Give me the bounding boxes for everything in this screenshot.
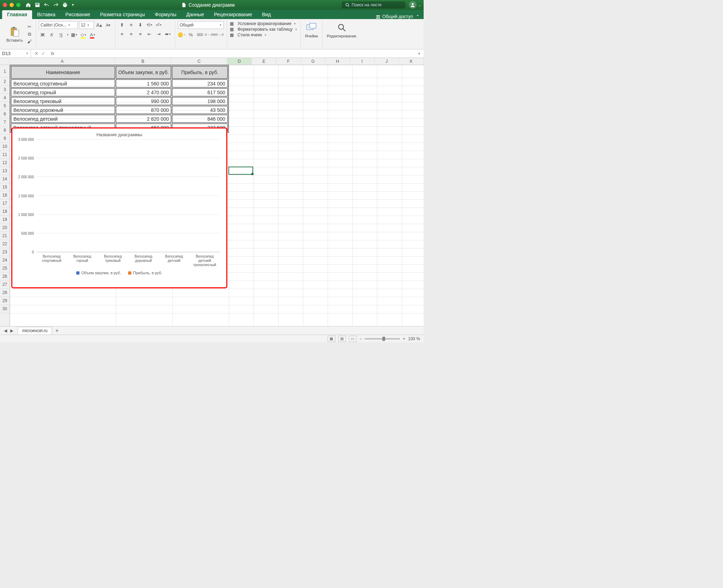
row-header-14[interactable]: 14 (0, 175, 10, 183)
tab-формулы[interactable]: Формулы (150, 10, 181, 19)
tab-вставка[interactable]: Вставка (32, 10, 60, 19)
expand-formula-bar-icon[interactable]: ▼ (415, 52, 424, 55)
row-header-5[interactable]: 5 (0, 102, 10, 110)
view-page-break-icon[interactable]: ▭ (349, 336, 357, 342)
col-header-A[interactable]: A (10, 58, 115, 65)
borders-button[interactable]: ▦▼ (71, 31, 78, 38)
table-header[interactable]: Прибыль, в руб. (172, 66, 228, 79)
chart-object[interactable]: Название диаграммы 0500 0001 000 0001 50… (11, 127, 227, 288)
col-header-K[interactable]: K (399, 58, 424, 65)
table-cell[interactable]: Велосипед трековый (11, 97, 115, 105)
name-box[interactable]: D13▼ (0, 49, 31, 58)
view-page-layout-icon[interactable]: ▤ (338, 336, 346, 342)
zoom-in-icon[interactable]: + (403, 336, 405, 341)
editing-button[interactable]: Редактирование (325, 21, 358, 39)
italic-button[interactable]: К (48, 31, 56, 38)
table-cell[interactable]: 1 560 000 (116, 79, 171, 88)
font-name-select[interactable]: Calibri (Осн...▼ (39, 21, 78, 29)
col-header-H[interactable]: H (325, 58, 350, 65)
add-sheet-icon[interactable]: + (53, 327, 60, 334)
number-format-select[interactable]: Общий▼ (178, 21, 224, 29)
decrease-indent-icon[interactable]: ⇤ (146, 30, 154, 37)
table-cell[interactable]: Велосипед горный (11, 88, 115, 96)
undo-icon[interactable] (44, 2, 49, 8)
row-header-15[interactable]: 15 (0, 183, 10, 191)
data-table[interactable]: НаименованиеОбъем закупки, в руб.Прибыль… (10, 65, 229, 133)
col-header-E[interactable]: E (252, 58, 276, 65)
col-header-F[interactable]: F (276, 58, 301, 65)
maximize-window[interactable] (16, 3, 20, 7)
fill-color-button[interactable]: ◇▼ (80, 31, 88, 38)
table-header[interactable]: Объем закупки, в руб. (116, 66, 171, 79)
cut-icon[interactable]: ✂ (26, 24, 33, 30)
col-header-G[interactable]: G (301, 58, 325, 65)
decrease-decimal-icon[interactable]: .00→.0 (215, 31, 222, 38)
collapse-ribbon-icon[interactable]: ⌃ (416, 14, 419, 19)
row-header-12[interactable]: 12 (0, 159, 10, 167)
close-window[interactable] (3, 3, 7, 7)
font-size-select[interactable]: 12▼ (79, 21, 94, 29)
table-cell[interactable]: 846 000 (172, 115, 228, 123)
prev-sheet-icon[interactable]: ◀ (2, 328, 8, 334)
table-cell[interactable]: 2 820 000 (116, 115, 171, 123)
row-header-16[interactable]: 16 (0, 191, 10, 199)
row-header-29[interactable]: 29 (0, 297, 10, 305)
row-header-9[interactable]: 9 (0, 134, 10, 143)
row-header-7[interactable]: 7 (0, 118, 10, 126)
row-header-3[interactable]: 3 (0, 86, 10, 94)
user-icon[interactable] (409, 1, 417, 9)
row-header-21[interactable]: 21 (0, 232, 10, 240)
row-header-20[interactable]: 20 (0, 224, 10, 232)
redo-icon[interactable] (53, 2, 59, 8)
row-header-2[interactable]: 2 (0, 78, 10, 86)
row-header-30[interactable]: 30 (0, 305, 10, 313)
zoom-level[interactable]: 100 % (408, 336, 420, 341)
align-left-icon[interactable]: ≡ (118, 30, 126, 37)
cells-button[interactable]: Ячейки (304, 21, 319, 39)
col-header-I[interactable]: I (350, 58, 375, 65)
currency-icon[interactable]: 🪙▼ (178, 31, 186, 38)
sheet-tab[interactable]: microexcel.ru (18, 327, 52, 334)
align-middle-icon[interactable]: ≡ (127, 21, 135, 28)
view-normal-icon[interactable]: ▦ (328, 336, 335, 342)
col-header-J[interactable]: J (375, 58, 399, 65)
increase-decimal-icon[interactable]: .0→.00 (205, 31, 213, 38)
font-color-button[interactable]: A▼ (89, 31, 97, 38)
zoom-slider[interactable] (365, 338, 400, 340)
align-center-icon[interactable]: ≡ (127, 30, 135, 37)
tab-главная[interactable]: Главная (2, 10, 32, 19)
row-header-25[interactable]: 25 (0, 264, 10, 272)
row-header-1[interactable]: 1 (0, 65, 10, 78)
conditional-formatting-button[interactable]: ▦Условное форматирование▼ (230, 21, 298, 26)
table-cell[interactable]: 2 470 000 (116, 88, 171, 96)
table-cell[interactable]: 870 000 (116, 106, 171, 114)
paste-button[interactable]: Вставить (5, 25, 24, 43)
save-icon[interactable] (35, 2, 40, 8)
cell-styles-button[interactable]: ▦Стили ячеек▼ (230, 32, 298, 37)
comma-icon[interactable]: 000 (196, 31, 204, 38)
row-header-6[interactable]: 6 (0, 110, 10, 118)
merge-cells-icon[interactable]: ⬌▼ (164, 30, 172, 37)
row-header-23[interactable]: 23 (0, 248, 10, 256)
decrease-font-icon[interactable]: A▾ (104, 22, 112, 29)
accept-formula-icon[interactable]: ✓ (41, 51, 45, 56)
increase-indent-icon[interactable]: ⇥ (155, 30, 163, 37)
qat-dropdown-icon[interactable]: ▼ (71, 3, 74, 7)
table-cell[interactable]: 617 500 (172, 88, 228, 96)
row-header-18[interactable]: 18 (0, 208, 10, 216)
format-painter-icon[interactable]: 🖌 (26, 38, 33, 45)
col-header-C[interactable]: C (171, 58, 227, 65)
row-header-13[interactable]: 13 (0, 167, 10, 175)
fx-icon[interactable]: fx (49, 51, 54, 56)
row-header-28[interactable]: 28 (0, 289, 10, 297)
table-cell[interactable]: 234 000 (172, 79, 228, 88)
row-header-10[interactable]: 10 (0, 143, 10, 151)
table-cell[interactable]: 990 000 (116, 97, 171, 105)
row-header-8[interactable]: 8 (0, 126, 10, 134)
row-header-19[interactable]: 19 (0, 216, 10, 224)
active-cell[interactable] (228, 167, 253, 175)
align-bottom-icon[interactable]: ⬇ (137, 21, 144, 28)
format-as-table-button[interactable]: ▦Форматировать как таблицу▼ (230, 27, 298, 32)
search-input[interactable]: Поиск на листе (342, 1, 405, 8)
chevron-down-icon[interactable]: ⌵ (419, 3, 421, 7)
